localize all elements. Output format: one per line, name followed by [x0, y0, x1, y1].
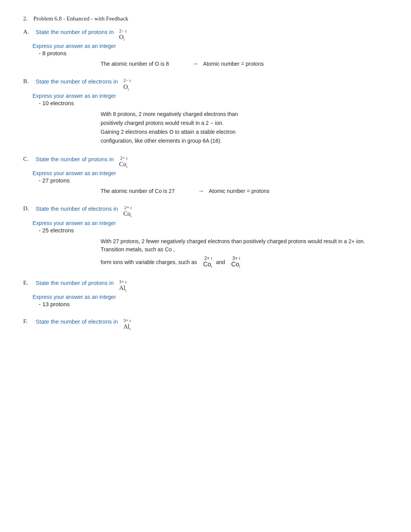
feedback-right: Atomic number = protons	[203, 61, 264, 67]
ion-charge: 2+ ı	[124, 205, 132, 210]
question-block: C. State the number of protons in 2+ ı C…	[23, 156, 388, 194]
ion-charge: 2− ı	[123, 78, 131, 83]
question-letter: D.	[23, 205, 33, 212]
ion-charge: 3+ ı	[232, 256, 240, 261]
question-letter: F.	[23, 318, 33, 325]
question-row: A. State the number of protons in 2− ı O…	[23, 29, 388, 41]
ion-notation: 2+ ı Coı	[123, 205, 132, 218]
ion-notation: 3+ ı Alı	[123, 318, 131, 331]
arrow-text: → Atomic number = protons	[198, 188, 269, 194]
problem-number: 2.	[23, 15, 27, 22]
question-letter: E.	[23, 280, 33, 286]
ion-notation: 2+ ı Coı	[203, 256, 212, 269]
ion-charge: 3+ ı	[119, 280, 127, 285]
ion-base: Coı	[231, 261, 240, 269]
arrow-symbol: →	[192, 60, 199, 67]
express-line: Express your answer as an integer	[33, 170, 388, 176]
ion-base: Oı	[119, 34, 125, 41]
feedback-right: Atomic number = protons	[209, 188, 269, 194]
question-text: State the number of electrons in	[36, 205, 118, 212]
answer-line: 8 protons	[39, 50, 388, 56]
question-block: A. State the number of protons in 2− ı O…	[23, 29, 388, 67]
ion-notation: 2+ ı Coı	[119, 156, 127, 169]
arrow-text: → Atomic number = protons	[192, 60, 264, 67]
and-text: and	[216, 259, 225, 265]
ion-base: Oı	[123, 84, 129, 91]
question-block: D. State the number of electrons in 2+ ı…	[23, 205, 388, 269]
ion-base: Coı	[203, 261, 212, 269]
ion-base: Alı	[123, 323, 131, 331]
question-text: State the number of protons in	[36, 280, 114, 286]
question-letter: B.	[23, 78, 33, 85]
ion-notation: 3+ ı Coı	[231, 256, 240, 269]
feedback-paragraph: With 8 protons, 2 more negatively charge…	[101, 110, 388, 145]
feedback-line: configuration, like other elements in gr…	[101, 137, 388, 145]
question-row: B. State the number of electrons in 2− ı…	[23, 78, 388, 91]
feedback-left: The atomic number of O is 8	[101, 61, 169, 67]
feedback-mixed: With 27 protons, 2 fewer negatively char…	[101, 237, 388, 269]
feedback-line: With 8 protons, 2 more negatively charge…	[101, 110, 388, 118]
answer-line: 13 protons	[39, 301, 388, 307]
feedback-line: positively charged protons would result …	[101, 119, 388, 127]
answer-line: 27 protons	[39, 177, 388, 184]
question-row: C. State the number of protons in 2+ ı C…	[23, 156, 388, 169]
ion-charge: 2+ ı	[204, 256, 212, 261]
question-block: E. State the number of protons in 3+ ı A…	[23, 280, 388, 307]
ion-base: Alı	[119, 285, 127, 292]
feedback-ions-row: form ions with variable charges, such as…	[101, 256, 388, 269]
answer-line: 25 electrons	[39, 227, 388, 234]
question-text: State the number of electrons in	[36, 318, 118, 325]
express-line: Express your answer as an integer	[33, 93, 388, 99]
question-row: D. State the number of electrons in 2+ ı…	[23, 205, 388, 218]
question-text: State the number of electrons in	[36, 78, 118, 85]
ion-base: Coı	[119, 161, 127, 169]
question-text: State the number of protons in	[36, 156, 114, 162]
question-row: E. State the number of protons in 3+ ı A…	[23, 280, 388, 292]
feedback-arrow-line: The atomic number of O is 8 → Atomic num…	[101, 60, 388, 67]
feedback-left: The atomic number of Co is 27	[101, 188, 175, 194]
ion-notation: 3+ ı Alı	[119, 280, 127, 292]
problem-header: 2. Problem 6.8 - Enhanced - with Feedbac…	[23, 15, 388, 22]
question-letter: C.	[23, 156, 33, 162]
ion-base: Coı	[123, 210, 132, 218]
arrow-symbol: →	[198, 188, 204, 194]
question-block: F. State the number of electrons in 3+ ı…	[23, 318, 388, 331]
ion-notation: 2− ı Oı	[123, 78, 131, 91]
feedback-ions-text: form ions with variable charges, such as	[101, 259, 197, 265]
problem-title: Problem 6.8 - Enhanced - with Feedback	[33, 15, 128, 22]
ion-charge: 3+ ı	[123, 318, 131, 323]
answer-line: 10 electrons	[39, 100, 388, 106]
express-line: Express your answer as an integer	[33, 220, 388, 226]
express-line: Express your answer as an integer	[33, 43, 388, 49]
express-line: Express your answer as an integer	[33, 294, 388, 300]
feedback-para: With 27 protons, 2 fewer negatively char…	[101, 237, 388, 254]
feedback-line: Gaining 2 electrons enables O to attain …	[101, 128, 388, 136]
question-row: F. State the number of electrons in 3+ ı…	[23, 318, 388, 331]
feedback-arrow-line: The atomic number of Co is 27 → Atomic n…	[101, 188, 388, 194]
question-letter: A.	[23, 29, 33, 35]
question-text: State the number of protons in	[36, 29, 114, 35]
question-block: B. State the number of electrons in 2− ı…	[23, 78, 388, 145]
ion-notation: 2− ı Oı	[119, 29, 127, 41]
ion-charge: 2+ ı	[120, 156, 127, 161]
ion-charge: 2− ı	[119, 29, 127, 34]
